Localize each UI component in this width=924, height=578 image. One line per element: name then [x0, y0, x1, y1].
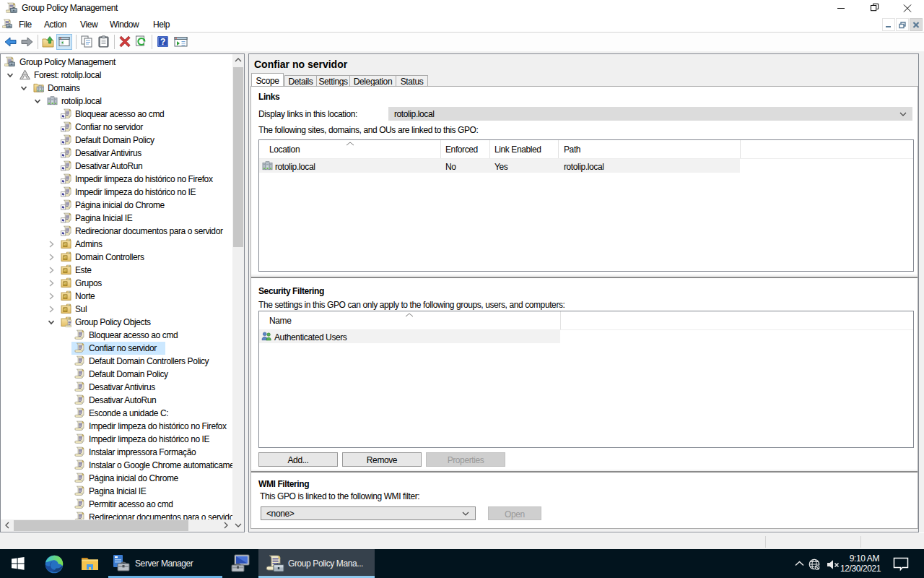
- svg-text:?: ?: [160, 37, 165, 47]
